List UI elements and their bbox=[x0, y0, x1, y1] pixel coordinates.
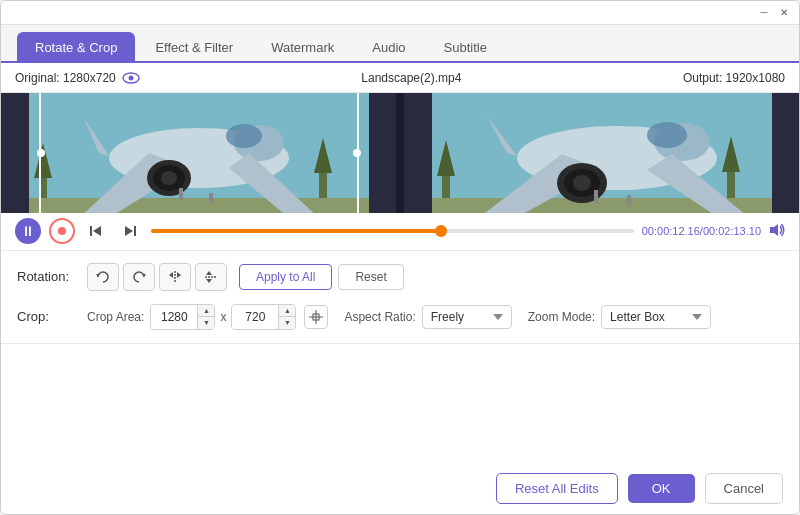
settings-panel: Rotation: Apply to All Reset Crop: bbox=[1, 251, 799, 344]
height-input[interactable] bbox=[232, 305, 278, 329]
video-divider bbox=[396, 93, 404, 213]
original-resolution: Original: 1280x720 bbox=[15, 71, 116, 85]
rotation-label: Rotation: bbox=[17, 269, 87, 284]
width-input[interactable] bbox=[151, 305, 197, 329]
svg-rect-17 bbox=[179, 188, 183, 200]
eye-icon[interactable] bbox=[122, 72, 140, 84]
progress-thumb[interactable] bbox=[435, 225, 447, 237]
aspect-ratio-label: Aspect Ratio: bbox=[344, 310, 415, 324]
flip-horizontal-button[interactable] bbox=[159, 263, 191, 291]
svg-rect-18 bbox=[209, 193, 213, 203]
crop-area-label: Crop Area: bbox=[87, 310, 144, 324]
svg-rect-35 bbox=[627, 195, 631, 206]
flip-vertical-button[interactable] bbox=[195, 263, 227, 291]
minimize-button[interactable]: ─ bbox=[757, 6, 771, 20]
svg-point-12 bbox=[226, 124, 262, 148]
tab-bar: Rotate & Crop Effect & Filter Watermark … bbox=[1, 25, 799, 63]
svg-rect-34 bbox=[594, 190, 598, 203]
tab-rotate-crop[interactable]: Rotate & Crop bbox=[17, 32, 135, 63]
svg-marker-49 bbox=[206, 279, 212, 283]
height-down-button[interactable]: ▼ bbox=[279, 317, 295, 329]
title-bar: ─ ✕ bbox=[1, 1, 799, 25]
filename-label: Landscape(2).mp4 bbox=[140, 71, 683, 85]
rotation-row: Rotation: Apply to All Reset bbox=[17, 261, 783, 293]
rotation-buttons bbox=[87, 263, 227, 291]
video-preview-left bbox=[29, 93, 369, 213]
crop-label: Crop: bbox=[17, 309, 87, 324]
svg-point-29 bbox=[647, 122, 687, 148]
svg-rect-30 bbox=[442, 176, 450, 198]
height-spinners: ▲ ▼ bbox=[278, 305, 295, 329]
svg-point-11 bbox=[161, 171, 177, 185]
dimension-separator: x bbox=[215, 310, 231, 324]
width-up-button[interactable]: ▲ bbox=[198, 305, 214, 317]
video-area bbox=[1, 93, 799, 213]
tab-audio[interactable]: Audio bbox=[354, 32, 423, 63]
tab-effect-filter[interactable]: Effect & Filter bbox=[137, 32, 251, 63]
next-frame-button[interactable] bbox=[117, 218, 143, 244]
aspect-ratio-select[interactable]: Freely 16:9 4:3 1:1 9:16 bbox=[422, 305, 512, 329]
playback-controls: ⏸ 00:00:12.16/00:02:13.10 bbox=[1, 213, 799, 251]
svg-point-28 bbox=[573, 175, 591, 191]
svg-marker-46 bbox=[177, 272, 181, 278]
svg-rect-40 bbox=[134, 226, 136, 236]
record-button[interactable] bbox=[49, 218, 75, 244]
cancel-button[interactable]: Cancel bbox=[705, 473, 783, 504]
width-spinners: ▲ ▼ bbox=[197, 305, 214, 329]
zoom-mode-label: Zoom Mode: bbox=[528, 310, 595, 324]
svg-marker-37 bbox=[93, 226, 101, 236]
rotate-ccw-button[interactable] bbox=[87, 263, 119, 291]
width-down-button[interactable]: ▼ bbox=[198, 317, 214, 329]
svg-marker-48 bbox=[206, 271, 212, 275]
svg-rect-3 bbox=[29, 198, 369, 213]
svg-rect-13 bbox=[39, 178, 47, 198]
width-field[interactable]: ▲ ▼ bbox=[150, 304, 215, 330]
main-window: ─ ✕ Rotate & Crop Effect & Filter Waterm… bbox=[0, 0, 800, 515]
video-panel-left bbox=[1, 93, 396, 213]
ok-button[interactable]: OK bbox=[628, 474, 695, 503]
zoom-mode-select[interactable]: Letter Box Pan & Scan Full bbox=[601, 305, 711, 329]
svg-marker-39 bbox=[125, 226, 133, 236]
close-button[interactable]: ✕ bbox=[777, 6, 791, 20]
height-field[interactable]: ▲ ▼ bbox=[231, 304, 296, 330]
volume-icon[interactable] bbox=[769, 223, 785, 240]
center-crop-button[interactable] bbox=[304, 305, 328, 329]
svg-rect-32 bbox=[727, 172, 735, 198]
progress-bar[interactable] bbox=[151, 229, 634, 233]
video-preview-right bbox=[432, 93, 772, 213]
crop-row: Crop: Crop Area: ▲ ▼ x ▲ ▼ bbox=[17, 301, 783, 333]
tab-watermark[interactable]: Watermark bbox=[253, 32, 352, 63]
svg-rect-38 bbox=[90, 226, 92, 236]
reset-all-edits-button[interactable]: Reset All Edits bbox=[496, 473, 618, 504]
reset-rotation-button[interactable]: Reset bbox=[338, 264, 403, 290]
svg-marker-42 bbox=[96, 274, 100, 277]
apply-to-all-button[interactable]: Apply to All bbox=[239, 264, 332, 290]
rotate-cw-button[interactable] bbox=[123, 263, 155, 291]
bottom-bar: Reset All Edits OK Cancel bbox=[1, 463, 799, 514]
svg-point-36 bbox=[58, 227, 66, 235]
video-panel-right bbox=[404, 93, 799, 213]
progress-fill bbox=[151, 229, 441, 233]
svg-point-1 bbox=[128, 75, 133, 80]
pause-button[interactable]: ⏸ bbox=[15, 218, 41, 244]
svg-marker-43 bbox=[142, 274, 146, 277]
output-resolution: Output: 1920x1080 bbox=[683, 71, 785, 85]
spacer bbox=[1, 344, 799, 464]
svg-marker-41 bbox=[770, 224, 778, 236]
info-bar: Original: 1280x720 Landscape(2).mp4 Outp… bbox=[1, 63, 799, 93]
svg-marker-45 bbox=[169, 272, 173, 278]
time-display: 00:00:12.16/00:02:13.10 bbox=[642, 225, 761, 237]
prev-frame-button[interactable] bbox=[83, 218, 109, 244]
tab-subtitle[interactable]: Subtitle bbox=[426, 32, 505, 63]
height-up-button[interactable]: ▲ bbox=[279, 305, 295, 317]
svg-rect-15 bbox=[319, 173, 327, 198]
